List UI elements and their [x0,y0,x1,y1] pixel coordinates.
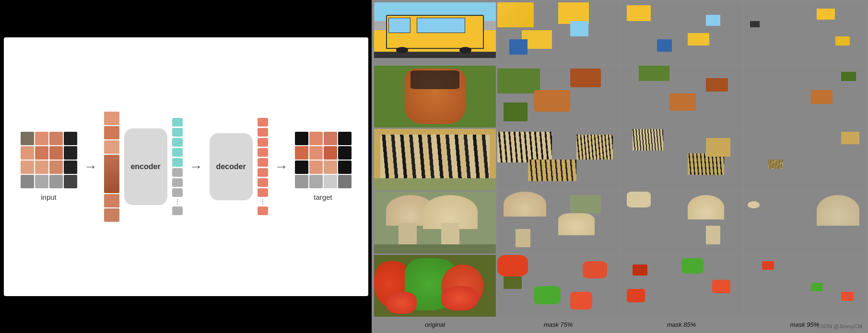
patch-3-2 [49,175,63,188]
patch-3-0 [21,175,34,188]
tpatch-3-1 [309,175,323,188]
patch-3-3 [64,175,77,188]
zebra-mask75-cell [497,129,619,191]
zebra-mask85-cell [621,129,742,191]
peppers-mask85-cell [621,255,742,317]
row-mushroom [374,192,866,253]
right-panel: original mask 75% mask 85% mask 95% CSDN… [372,0,868,333]
tpatch-3-2 [324,175,337,188]
mushroom-mask75-cell [497,192,619,253]
out-token-7 [258,188,268,197]
patch-1-0 [21,146,34,160]
zebra-mask95-cell [744,129,866,191]
visible-patch-0 [104,112,119,125]
out-token-0 [258,118,268,126]
bus-orig-cell [374,2,496,64]
token-teal-0 [172,118,183,126]
encoder-box: encoder [124,128,167,205]
target-label: target [314,193,332,201]
patch-1-3 [64,146,77,160]
left-panel: input → encoder [0,0,372,333]
patch-2-2 [49,161,63,174]
input-label: input [41,193,57,201]
patch-1-2 [49,146,63,160]
tpatch-3-3 [338,175,352,188]
row-peppers [374,255,866,317]
patch-3-1 [35,175,48,188]
patch-0-2 [49,132,63,145]
visible-patch-1 [104,126,119,139]
tpatch-1-3 [338,146,352,160]
tpatch-3-0 [295,175,308,188]
patch-2-1 [35,161,48,174]
token-gray-2 [172,188,183,197]
mushroom-mask95-cell [744,192,866,253]
vase-orig-cell [374,66,496,127]
tpatch-1-1 [309,146,323,160]
out-token-2 [258,138,268,147]
decoder-output-tokens: ⋮ [258,118,268,215]
token-teal-2 [172,138,183,147]
out-token-4 [258,158,268,167]
tpatch-0-1 [309,132,323,145]
patch-0-3 [64,132,77,145]
column-labels: original mask 75% mask 85% mask 95% [374,318,866,331]
out-token-1 [258,128,268,137]
input-section: input [21,132,77,201]
row-vase [374,66,866,127]
token-teal-1 [172,128,183,137]
token-gray-1 [172,178,183,187]
peppers-mask75-cell [497,255,619,317]
vase-mask75-cell [497,66,619,127]
mushroom-orig-cell [374,192,496,253]
out-token-6 [258,178,268,187]
tpatch-2-1 [309,161,323,174]
visible-patch-2 [104,140,119,154]
tpatch-0-2 [324,132,337,145]
peppers-orig-cell [374,255,496,317]
tpatch-1-0 [295,146,308,160]
token-gray-3 [172,207,183,215]
token-gray-0 [172,168,183,177]
label-mask75: mask 75% [497,321,619,328]
out-token-3 [258,148,268,157]
label-mask85: mask 85% [621,321,742,328]
tpatch-1-2 [324,146,337,160]
arrow-1: → [84,159,97,174]
vase-mask85-cell [621,66,742,127]
encoder-output-tokens: ⋮ [172,118,183,215]
patch-0-0 [21,132,34,145]
row-zebra [374,129,866,191]
visible-patch-3 [104,194,119,207]
vase-mask95-cell [744,66,866,127]
target-section: target [295,132,352,201]
out-token-8 [258,207,268,215]
patch-0-1 [35,132,48,145]
tpatch-2-3 [338,161,352,174]
token-dots-2: ⋮ [259,198,266,205]
tpatch-2-0 [295,161,308,174]
patch-1-1 [35,146,48,160]
target-patches-grid [295,132,352,188]
visible-patch-4 [104,208,119,222]
token-teal-4 [172,158,183,167]
arrow-2: → [189,159,203,174]
out-token-5 [258,168,268,177]
token-dots-1: ⋮ [174,198,181,205]
bus-mask75-cell [497,2,619,64]
patch-2-0 [21,161,34,174]
token-teal-3 [172,148,183,157]
diagram-container: input → encoder [4,37,368,296]
visible-patch-tall [104,155,119,193]
peppers-mask95-cell [744,255,866,317]
tpatch-0-3 [338,132,352,145]
watermark: CSDN @JimmyCM [817,323,862,329]
zebra-orig-cell [374,129,496,191]
visible-patches [104,112,119,222]
decoder-box: decoder [210,133,253,200]
input-patches-grid [21,132,77,188]
bus-mask95-cell [744,2,866,64]
label-original: original [374,321,496,328]
tpatch-0-0 [295,132,308,145]
mushroom-mask85-cell [621,192,742,253]
